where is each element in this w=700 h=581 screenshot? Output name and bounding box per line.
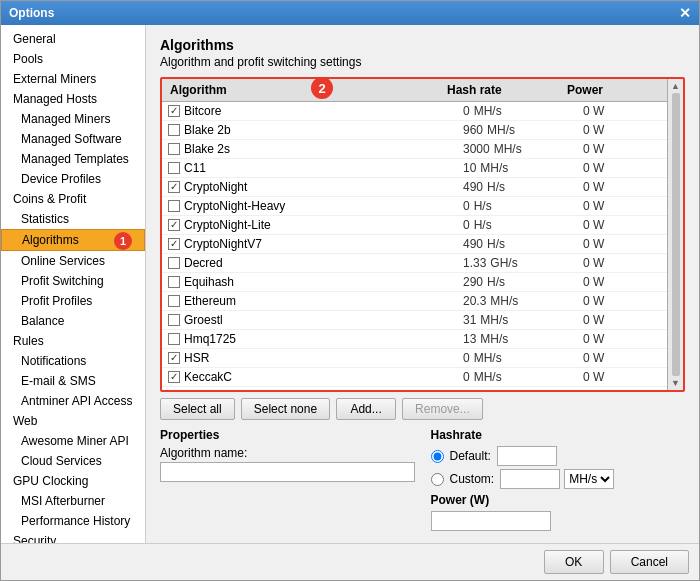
- table-scrollbar[interactable]: ▲ ▼: [667, 79, 683, 390]
- table-row: C11 10 MH/s 0 W: [162, 159, 667, 178]
- table-row: HSR 0 MH/s 0 W: [162, 349, 667, 368]
- sidebar-item-external-miners[interactable]: External Miners: [1, 69, 145, 89]
- hash-unit: H/s: [487, 275, 505, 289]
- default-hashrate-input[interactable]: [497, 446, 557, 466]
- table-row: Decred 1.33 GH/s 0 W: [162, 254, 667, 273]
- hash-value: 0: [463, 104, 470, 118]
- algo-checkbox[interactable]: [168, 276, 180, 288]
- algo-cell: CryptoNightV7: [166, 236, 463, 252]
- col-hashrate: Hash rate: [443, 81, 563, 99]
- custom-radio[interactable]: [431, 473, 444, 486]
- hash-value: 13: [463, 332, 476, 346]
- hash-unit: MH/s: [480, 161, 508, 175]
- sidebar-item-managed-miners[interactable]: Managed Miners: [1, 109, 145, 129]
- algo-checkbox[interactable]: [168, 200, 180, 212]
- algo-checkbox[interactable]: [168, 352, 180, 364]
- dialog-footer: OK Cancel: [1, 543, 699, 580]
- algo-name: HSR: [184, 351, 209, 365]
- sidebar-item-profit-switching[interactable]: Profit Switching: [1, 271, 145, 291]
- algo-checkbox[interactable]: [168, 314, 180, 326]
- properties-section: Properties Algorithm name: Hashrate Defa…: [160, 428, 685, 531]
- algorithm-name-input[interactable]: [160, 462, 415, 482]
- sidebar-item-device-profiles[interactable]: Device Profiles: [1, 169, 145, 189]
- power-cell: 0 W: [583, 275, 663, 289]
- hash-cell: 60 MH/s: [463, 389, 583, 390]
- power-cell: 0 W: [583, 142, 663, 156]
- sidebar-item-cloud-services[interactable]: Cloud Services: [1, 451, 145, 471]
- options-dialog: Options ✕ GeneralPoolsExternal MinersMan…: [0, 0, 700, 581]
- select-all-button[interactable]: Select all: [160, 398, 235, 420]
- hash-cell: 13 MH/s: [463, 332, 583, 346]
- power-title: Power (W): [431, 493, 686, 507]
- sidebar-item-pools[interactable]: Pools: [1, 49, 145, 69]
- sidebar-item-security[interactable]: Security: [1, 531, 145, 543]
- sidebar-item-rules[interactable]: Rules: [1, 331, 145, 351]
- hash-value: 0: [463, 351, 470, 365]
- algo-checkbox[interactable]: [168, 124, 180, 136]
- power-cell: 0 W: [583, 161, 663, 175]
- algo-name: CryptoNight-Lite: [184, 218, 271, 232]
- section-subtitle: Algorithm and profit switching settings: [160, 55, 685, 69]
- algo-checkbox[interactable]: [168, 181, 180, 193]
- sidebar-item-general[interactable]: General: [1, 29, 145, 49]
- hash-unit: MH/s: [487, 123, 515, 137]
- sidebar-item-email-sms[interactable]: E-mail & SMS: [1, 371, 145, 391]
- sidebar-item-algorithms[interactable]: Algorithms1: [1, 229, 145, 251]
- close-button[interactable]: ✕: [679, 6, 691, 20]
- table-row: CryptoNight 490 H/s 0 W: [162, 178, 667, 197]
- cancel-button[interactable]: Cancel: [610, 550, 689, 574]
- algo-checkbox[interactable]: [168, 371, 180, 383]
- power-input[interactable]: [431, 511, 551, 531]
- sidebar-item-msi-afterburner[interactable]: MSI Afterburner: [1, 491, 145, 511]
- sidebar-item-managed-hosts[interactable]: Managed Hosts: [1, 89, 145, 109]
- algo-checkbox[interactable]: [168, 162, 180, 174]
- sidebar-item-gpu-clocking[interactable]: GPU Clocking: [1, 471, 145, 491]
- select-none-button[interactable]: Select none: [241, 398, 330, 420]
- table-row: LBRY 60 MH/s 0 W: [162, 387, 667, 390]
- algo-checkbox[interactable]: [168, 143, 180, 155]
- algo-cell: CryptoNight: [166, 179, 463, 195]
- algo-name: KeccakC: [184, 370, 232, 384]
- sidebar-item-antminer-api[interactable]: Antminer API Access: [1, 391, 145, 411]
- sidebar-item-coins-profit[interactable]: Coins & Profit: [1, 189, 145, 209]
- algo-cell: Ethereum: [166, 293, 463, 309]
- remove-button[interactable]: Remove...: [402, 398, 483, 420]
- add-button[interactable]: Add...: [336, 398, 396, 420]
- algo-checkbox[interactable]: [168, 257, 180, 269]
- algo-cell: LBRY: [166, 388, 463, 390]
- sidebar-item-awesome-miner-api[interactable]: Awesome Miner API: [1, 431, 145, 451]
- sidebar-item-managed-software[interactable]: Managed Software: [1, 129, 145, 149]
- hash-value: 0: [463, 199, 470, 213]
- sidebar-item-statistics[interactable]: Statistics: [1, 209, 145, 229]
- dialog-title: Options: [9, 6, 54, 20]
- sidebar-item-online-services[interactable]: Online Services: [1, 251, 145, 271]
- sidebar-item-profit-profiles[interactable]: Profit Profiles: [1, 291, 145, 311]
- hash-cell: 10 MH/s: [463, 161, 583, 175]
- default-radio[interactable]: [431, 450, 444, 463]
- algo-cell: Blake 2b: [166, 122, 463, 138]
- custom-hashrate-unit[interactable]: MH/s GH/s H/s: [564, 469, 614, 489]
- algo-cell: KeccakC: [166, 369, 463, 385]
- algo-checkbox[interactable]: [168, 295, 180, 307]
- sidebar-item-balance[interactable]: Balance: [1, 311, 145, 331]
- sidebar-item-performance-history[interactable]: Performance History: [1, 511, 145, 531]
- power-cell: 0 W: [583, 104, 663, 118]
- sidebar-item-notifications[interactable]: Notifications: [1, 351, 145, 371]
- power-cell: 0 W: [583, 313, 663, 327]
- algo-name: LBRY: [184, 389, 215, 390]
- hash-value: 490: [463, 180, 483, 194]
- algo-checkbox[interactable]: [168, 238, 180, 250]
- sidebar-item-managed-templates[interactable]: Managed Templates: [1, 149, 145, 169]
- algo-checkbox[interactable]: [168, 219, 180, 231]
- algo-checkbox[interactable]: [168, 333, 180, 345]
- properties-title: Properties: [160, 428, 415, 442]
- algo-checkbox[interactable]: [168, 105, 180, 117]
- hash-value: 10: [463, 161, 476, 175]
- sidebar: GeneralPoolsExternal MinersManaged Hosts…: [1, 25, 146, 543]
- sidebar-item-web[interactable]: Web: [1, 411, 145, 431]
- custom-hashrate-inputs: MH/s GH/s H/s: [500, 469, 614, 489]
- table-row: CryptoNight-Heavy 0 H/s 0 W: [162, 197, 667, 216]
- hash-value: 0: [463, 218, 470, 232]
- ok-button[interactable]: OK: [544, 550, 604, 574]
- custom-hashrate-value[interactable]: [500, 469, 560, 489]
